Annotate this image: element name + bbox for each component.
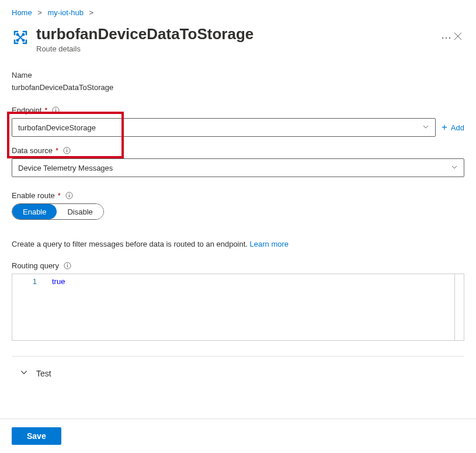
svg-rect-12 [69, 195, 70, 198]
plus-icon: + [442, 122, 447, 133]
breadcrumb-home[interactable]: Home [12, 8, 32, 17]
routing-query-field-group: Routing query 1 true [12, 261, 464, 341]
svg-rect-6 [55, 110, 56, 112]
data-source-label: Data source [12, 146, 53, 155]
data-source-select[interactable]: Device Telemetry Messages [12, 158, 464, 177]
learn-more-link[interactable]: Learn more [250, 240, 289, 248]
chevron-down-icon [20, 368, 28, 378]
page-header: turbofanDeviceDataToStorage Route detail… [0, 23, 476, 59]
info-icon[interactable] [52, 106, 60, 114]
required-indicator: * [44, 106, 47, 115]
routing-query-label: Routing query [12, 261, 59, 270]
page-subtitle: Route details [36, 44, 433, 53]
help-text: Create a query to filter messages before… [12, 240, 464, 248]
close-icon [454, 32, 462, 40]
svg-point-5 [55, 108, 56, 109]
endpoint-select[interactable]: turbofanDeviceStorage [12, 118, 436, 137]
endpoint-field-group: Endpoint * turbofanDeviceStorage + Add [12, 106, 464, 137]
close-button[interactable] [451, 30, 464, 44]
route-icon [12, 29, 29, 46]
info-icon[interactable] [64, 262, 71, 269]
enable-option[interactable]: Enable [12, 204, 57, 219]
breadcrumb-separator: > [37, 8, 42, 17]
required-indicator: * [55, 146, 58, 155]
editor-gutter [455, 274, 464, 340]
more-button[interactable]: ⋯ [441, 31, 451, 44]
info-icon[interactable] [63, 147, 71, 154]
enable-route-toggle: Enable Disable [12, 203, 104, 220]
enable-route-field-group: Enable route * Enable Disable [12, 191, 464, 220]
line-number: 1 [12, 274, 46, 340]
name-label: Name [12, 71, 464, 79]
data-source-field-group: Data source * Device Telemetry Messages [12, 146, 464, 177]
endpoint-value: turbofanDeviceStorage [18, 123, 96, 132]
chevron-down-icon [451, 164, 458, 172]
test-label: Test [36, 369, 51, 378]
info-icon[interactable] [65, 192, 73, 199]
disable-option[interactable]: Disable [57, 204, 103, 219]
save-button[interactable]: Save [12, 427, 61, 445]
code-content: true [46, 274, 455, 340]
routing-query-editor[interactable]: 1 true [12, 274, 464, 341]
data-source-value: Device Telemetry Messages [18, 164, 113, 172]
breadcrumb: Home > my-iot-hub > [0, 0, 476, 23]
breadcrumb-separator: > [89, 8, 94, 17]
divider [12, 356, 464, 357]
add-label: Add [451, 123, 464, 132]
name-value: turbofanDeviceDataToStorage [12, 83, 464, 92]
svg-point-11 [69, 193, 70, 194]
breadcrumb-hub[interactable]: my-iot-hub [48, 8, 84, 17]
footer: Save [0, 419, 476, 453]
test-section-toggle[interactable]: Test [12, 367, 464, 379]
add-endpoint-button[interactable]: + Add [442, 122, 464, 133]
svg-rect-15 [67, 265, 68, 268]
svg-point-14 [67, 264, 68, 264]
name-field-group: Name turbofanDeviceDataToStorage [12, 71, 464, 92]
endpoint-label: Endpoint [12, 106, 41, 115]
required-indicator: * [58, 191, 61, 200]
help-text-content: Create a query to filter messages before… [12, 240, 250, 248]
svg-rect-9 [67, 150, 67, 153]
page-title: turbofanDeviceDataToStorage [36, 25, 433, 43]
svg-point-8 [67, 148, 67, 149]
enable-route-label: Enable route [12, 191, 55, 200]
chevron-down-icon [422, 123, 429, 132]
